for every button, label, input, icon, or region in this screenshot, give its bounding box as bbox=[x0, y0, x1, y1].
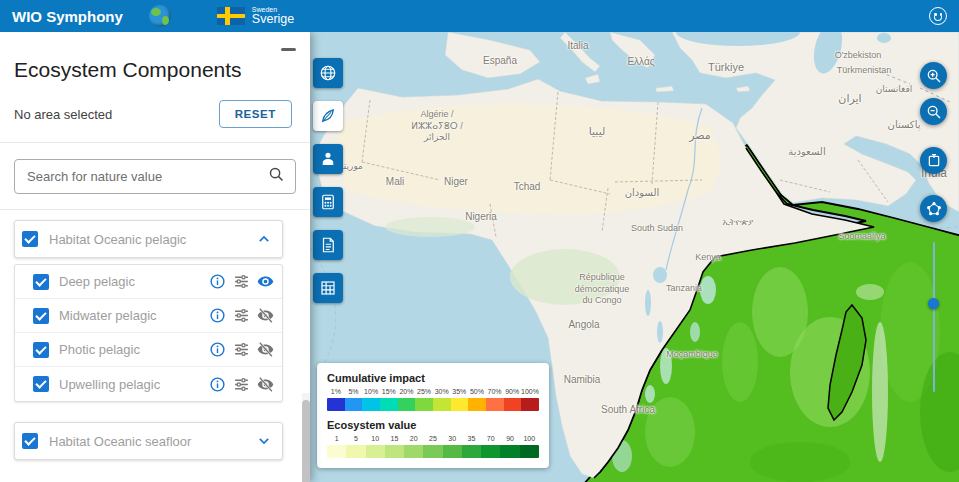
human-tool-button[interactable] bbox=[313, 144, 343, 174]
legend-color-cell bbox=[451, 398, 469, 411]
impact-legend-ticks: 1%5%10%15%20%25%30%35%50%70%90%100% bbox=[327, 388, 539, 397]
legend-tick: 5 bbox=[346, 435, 365, 444]
info-icon[interactable] bbox=[209, 341, 226, 358]
legend-color-cell bbox=[504, 398, 522, 411]
locale-label[interactable]: Sweden Sverige bbox=[252, 6, 294, 26]
scrollbar[interactable] bbox=[302, 393, 310, 469]
legend-tick: 1% bbox=[327, 388, 345, 397]
legend-tick: 100% bbox=[521, 388, 539, 397]
group-label: Habitat Oceanic seafloor bbox=[49, 434, 254, 449]
component-group-header[interactable]: Habitat Oceanic pelagic bbox=[14, 220, 283, 258]
component-label: Deep pelagic bbox=[59, 274, 209, 289]
reset-button[interactable]: RESET bbox=[219, 100, 292, 128]
opacity-slider[interactable] bbox=[932, 242, 936, 392]
legend-color-cell bbox=[481, 445, 500, 458]
legend-color-cell bbox=[486, 398, 504, 411]
eye-off-icon[interactable] bbox=[257, 341, 274, 358]
value-legend-title: Ecosystem value bbox=[327, 419, 539, 431]
legend-color-cell bbox=[462, 445, 481, 458]
eye-icon[interactable] bbox=[257, 273, 274, 290]
legend-color-cell bbox=[521, 398, 539, 411]
search-icon[interactable] bbox=[268, 166, 285, 187]
sweden-flag-icon[interactable] bbox=[217, 7, 245, 25]
group-label: Habitat Oceanic pelagic bbox=[49, 232, 254, 247]
legend-tick: 50% bbox=[468, 388, 486, 397]
globe-tool-button[interactable] bbox=[313, 58, 343, 88]
group-checkbox[interactable] bbox=[22, 231, 38, 247]
component-label: Midwater pelagic bbox=[59, 308, 209, 323]
sliders-icon[interactable] bbox=[233, 307, 250, 324]
legend-color-cell bbox=[362, 398, 380, 411]
component-group-header[interactable]: Habitat Oceanic seafloor bbox=[14, 422, 283, 460]
group-checkbox[interactable] bbox=[22, 433, 38, 449]
map-canvas[interactable]: EspañaItaliaΕλλάςTürkiyeO'zbekistonTürkm… bbox=[310, 32, 959, 482]
eye-off-icon[interactable] bbox=[257, 307, 274, 324]
info-icon[interactable] bbox=[209, 273, 226, 290]
legend-tick: 90% bbox=[503, 388, 521, 397]
legend-tick: 5% bbox=[345, 388, 363, 397]
zoom-in-button[interactable] bbox=[920, 62, 947, 89]
slider-thumb[interactable] bbox=[928, 298, 939, 309]
info-icon[interactable] bbox=[209, 307, 226, 324]
legend-color-cell bbox=[346, 445, 365, 458]
app-title: WIO Symphony bbox=[12, 8, 123, 25]
report-tool-button[interactable] bbox=[313, 230, 343, 260]
legend-color-cell bbox=[404, 445, 423, 458]
top-bar: WIO Symphony Sweden Sverige bbox=[0, 0, 959, 32]
legend-tick: 30% bbox=[433, 388, 451, 397]
component-list: Habitat Oceanic pelagicDeep pelagicMidwa… bbox=[0, 209, 310, 469]
sliders-icon[interactable] bbox=[233, 341, 250, 358]
value-legend-ticks: 151015202530357090100 bbox=[327, 435, 539, 444]
slider-track[interactable] bbox=[933, 242, 935, 392]
component-checkbox[interactable] bbox=[33, 342, 49, 358]
legend-color-cell bbox=[327, 398, 345, 411]
legend-tick: 10 bbox=[366, 435, 385, 444]
draw-polygon-button[interactable] bbox=[920, 195, 947, 222]
search-input[interactable] bbox=[25, 168, 268, 185]
legend-tick: 90 bbox=[500, 435, 519, 444]
earth-logo-icon bbox=[149, 5, 171, 27]
component-label: Upwelling pelagic bbox=[59, 377, 209, 392]
feather-tool-button[interactable] bbox=[313, 101, 343, 131]
legend-color-cell bbox=[385, 445, 404, 458]
map-tool-column bbox=[313, 58, 343, 303]
legend-tick: 30 bbox=[443, 435, 462, 444]
legend-tick: 15% bbox=[380, 388, 398, 397]
scrollbar-thumb[interactable] bbox=[302, 400, 310, 482]
component-row[interactable]: Midwater pelagic bbox=[15, 299, 282, 333]
legend-tick: 15 bbox=[385, 435, 404, 444]
component-row[interactable]: Deep pelagic bbox=[15, 265, 282, 299]
legend-tick: 25% bbox=[415, 388, 433, 397]
legend-tick: 35% bbox=[450, 388, 468, 397]
sliders-icon[interactable] bbox=[233, 273, 250, 290]
legend-tick: 35 bbox=[462, 435, 481, 444]
search-field[interactable] bbox=[14, 159, 296, 194]
legend-color-cell bbox=[345, 398, 363, 411]
smiley-feedback-icon[interactable] bbox=[929, 7, 947, 25]
legend-color-cell bbox=[468, 398, 486, 411]
component-checkbox[interactable] bbox=[33, 308, 49, 324]
component-label: Photic pelagic bbox=[59, 342, 209, 357]
matrix-tool-button[interactable] bbox=[313, 273, 343, 303]
component-row[interactable]: Upwelling pelagic bbox=[15, 367, 282, 401]
extent-button[interactable] bbox=[920, 147, 947, 174]
divider bbox=[0, 142, 310, 143]
chevron-up-icon[interactable] bbox=[254, 229, 274, 249]
component-checkbox[interactable] bbox=[33, 274, 49, 290]
legend-tick: 100 bbox=[520, 435, 539, 444]
info-icon[interactable] bbox=[209, 376, 226, 393]
component-checkbox[interactable] bbox=[33, 376, 49, 392]
legend-tick: 1 bbox=[327, 435, 346, 444]
legend-color-cell bbox=[415, 398, 433, 411]
wio-symphony-app: WIO Symphony Sweden Sverige Ecosystem Co… bbox=[0, 0, 959, 482]
sliders-icon[interactable] bbox=[233, 376, 250, 393]
calculator-tool-button[interactable] bbox=[313, 187, 343, 217]
panel-collapse-handle[interactable] bbox=[281, 48, 296, 51]
map-legend: Cumulative impact 1%5%10%15%20%25%30%35%… bbox=[317, 363, 549, 468]
component-row[interactable]: Photic pelagic bbox=[15, 333, 282, 367]
chevron-down-icon[interactable] bbox=[254, 431, 274, 451]
eye-off-icon[interactable] bbox=[257, 376, 274, 393]
zoom-out-button[interactable] bbox=[920, 98, 947, 125]
legend-tick: 70 bbox=[481, 435, 500, 444]
legend-tick: 20% bbox=[398, 388, 416, 397]
